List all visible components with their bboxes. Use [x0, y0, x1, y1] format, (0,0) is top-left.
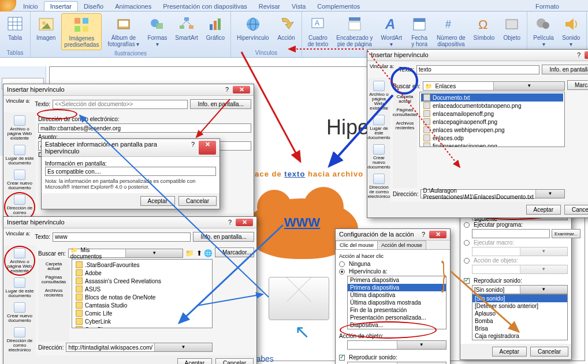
carpeta-actual[interactable]: Carpeta actual — [39, 260, 68, 273]
radio-macro[interactable] — [464, 240, 470, 246]
buscar-combo[interactable]: 📁 Enlaces▼ — [423, 81, 565, 91]
file-item[interactable]: Documento.txt — [421, 93, 563, 102]
radio-ninguna[interactable] — [339, 261, 345, 267]
btn-cuadro[interactable]: ACuadro de texto — [306, 13, 331, 50]
slide-option[interactable]: Última diapositiva mostrada — [348, 299, 446, 306]
paginas-consultadas[interactable]: Páginas consultadas — [39, 273, 68, 286]
tab-revisar[interactable]: Revisar — [253, 2, 286, 11]
btn-album[interactable]: Álbum de fotografías ▾ — [105, 13, 142, 50]
marcador-btn[interactable]: Marcador... — [215, 247, 254, 257]
close-button[interactable]: ✕ — [233, 86, 250, 93]
texto-input[interactable] — [416, 65, 539, 74]
btn-fecha[interactable]: Fecha y hora — [408, 13, 431, 50]
aceptar-btn[interactable]: Aceptar — [140, 196, 175, 206]
btn-imagen[interactable]: Imagen — [34, 13, 58, 50]
slide-option[interactable]: Primera diapositiva — [348, 284, 446, 291]
cancelar-btn[interactable]: Cancelar — [564, 205, 588, 215]
texto-input[interactable] — [53, 100, 188, 109]
btn-encabezado[interactable]: Encabezado y pie de página — [334, 13, 375, 50]
email-input[interactable] — [38, 123, 251, 133]
tab-vista[interactable]: Vista — [286, 2, 311, 11]
tab-diseno[interactable]: Diseño — [78, 2, 109, 11]
linkto-nuevo[interactable]: Crear nuevo documento — [5, 301, 35, 325]
btn-pelicula[interactable]: Película ▾ — [531, 13, 556, 50]
linkto-lugar[interactable]: Lugar de este documento — [5, 143, 35, 167]
info-pantalla-btn[interactable]: Info. en pantalla... — [542, 65, 588, 74]
radio-programa[interactable] — [464, 222, 470, 228]
linkto-lugar[interactable]: Lugar de este documento — [5, 276, 35, 300]
slide-option[interactable]: Diapositiva... — [348, 321, 446, 329]
tab-complementos[interactable]: Complementos — [311, 2, 366, 11]
btn-accion[interactable]: Acción — [275, 13, 298, 50]
file-item[interactable]: GomPlayer — [73, 325, 211, 328]
screentip-input[interactable] — [45, 167, 216, 176]
btn-smartart[interactable]: SmartArt — [173, 13, 200, 50]
tab-presentacion[interactable]: Presentación con diapositivas — [157, 2, 253, 11]
file-item[interactable]: CyberLink — [73, 317, 211, 325]
sound-option[interactable]: [Detener sonido anterior] — [472, 302, 567, 310]
chk-reproducir[interactable] — [464, 278, 470, 284]
slide-option[interactable]: Primera diapositiva — [348, 276, 446, 284]
btn-simbolo[interactable]: ΩSímbolo — [471, 13, 497, 50]
aceptar-btn[interactable]: Aceptar — [526, 205, 561, 215]
tab-click[interactable]: Clic del mouse — [336, 241, 378, 249]
sound-option[interactable]: [Sin sonido] — [472, 295, 567, 302]
cancelar-btn[interactable]: Cancelar — [215, 358, 254, 364]
linkto-correo[interactable]: Dirección de correo electrónico — [369, 172, 389, 201]
btn-wordart[interactable]: AWordArt ▾ — [379, 13, 405, 50]
linkto-lugar[interactable]: Lugar de este documento — [369, 113, 389, 142]
buscar-combo[interactable]: 📁 Mis documentos▼ — [68, 249, 184, 258]
cancelar-btn[interactable]: Cancelar — [178, 196, 217, 206]
linkto-correo[interactable]: Dirección de correo electrónico — [5, 325, 35, 354]
aceptar-btn[interactable]: Aceptar — [492, 347, 527, 357]
programa-input[interactable] — [472, 229, 550, 238]
carpeta-actual[interactable]: Carpeta actual — [394, 93, 416, 106]
chk-reproducir[interactable] — [339, 355, 345, 361]
btn-hipervinculo[interactable]: Hipervínculo — [235, 13, 271, 50]
file-list-enlaces[interactable]: Documento.txtenlaceadocumentotxtanopeno.… — [419, 92, 565, 147]
texto-input[interactable] — [53, 232, 191, 242]
tab-formato[interactable]: Formato — [530, 2, 565, 11]
aceptar-btn[interactable]: Aceptar — [177, 358, 212, 364]
close-button[interactable]: ✕ — [429, 231, 446, 238]
direccion-combo[interactable]: D:\Aularagon Presentaciones\M1\Enlaces\D… — [420, 189, 565, 198]
btn-numero[interactable]: #Número de diapositiva — [434, 13, 467, 50]
file-item[interactable]: Camtasia Studio — [73, 301, 211, 309]
sound-option[interactable]: Aplauso — [472, 310, 567, 317]
tab-insertar[interactable]: Insertar — [44, 1, 78, 11]
file-item[interactable]: finalpresentacinopen.png — [421, 142, 563, 147]
sound-option[interactable]: Bomba — [472, 317, 567, 325]
accion-obj-combo[interactable]: ▼ — [347, 340, 446, 350]
file-item[interactable]: Comic Life — [73, 309, 211, 317]
radio-hiper[interactable] — [339, 269, 345, 275]
file-item[interactable]: .StarBoardFavourites — [73, 261, 211, 269]
linkto-nuevo[interactable]: Crear nuevo documento — [369, 142, 389, 171]
btn-sonido[interactable]: Sonido ▾ — [560, 13, 583, 50]
btn-tabla[interactable]: Tabla — [3, 13, 27, 50]
radio-obj[interactable] — [464, 258, 470, 264]
close-button[interactable]: ✕ — [236, 219, 253, 226]
sound-list[interactable]: [Sin sonido][Detener sonido anterior]Apl… — [472, 294, 568, 340]
slide-target-list[interactable]: Primera diapositivaPrimera diapositivaÚl… — [347, 276, 446, 329]
examinar-btn[interactable]: Examinar... — [552, 229, 580, 238]
marcador-btn[interactable]: Marcador... — [567, 80, 588, 90]
sonido-combo[interactable]: Caja registradora▼ — [347, 362, 446, 364]
tab-animaciones[interactable]: Animaciones — [109, 2, 157, 11]
file-item[interactable]: enlaceamailopenoff.png — [421, 110, 563, 118]
btn-objeto[interactable]: Objeto — [500, 13, 523, 50]
close-button[interactable]: ✕ — [199, 141, 216, 155]
file-item[interactable]: Blocs de notas de OneNote — [73, 293, 211, 301]
linkto-archivo[interactable]: Archivo o página Web existente — [5, 246, 35, 275]
close-button[interactable]: ✕ — [585, 51, 588, 59]
cancelar-btn[interactable]: Cancelar — [530, 347, 568, 357]
file-item[interactable]: Adobe — [73, 269, 211, 277]
sonido-combo-2[interactable]: [Sin sonido]▼ — [472, 285, 568, 294]
slide-option[interactable]: Última diapositiva — [348, 291, 446, 299]
archivos-recientes[interactable]: Archivos recientes — [39, 287, 68, 299]
sound-option[interactable]: Brisa — [472, 325, 567, 332]
file-item[interactable]: enlaceadocumentotxtanopeno.png — [421, 102, 563, 110]
slide-option[interactable]: Presentación personalizada... — [348, 314, 446, 321]
file-item[interactable]: Assassin's Creed Revelations — [73, 277, 211, 285]
btn-formas[interactable]: Formas ▾ — [145, 13, 169, 50]
paginas-consultadas[interactable]: Páginas consultadas — [394, 106, 416, 119]
